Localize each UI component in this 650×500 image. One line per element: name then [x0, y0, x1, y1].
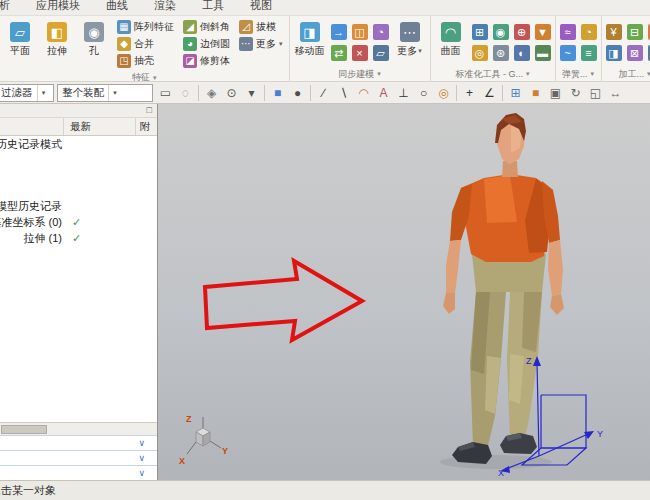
grid-button[interactable]: ⊞: [506, 83, 525, 102]
pattern-feature-button[interactable]: ▦阵列特征: [114, 18, 177, 35]
collapsed-section-2[interactable]: ∨: [0, 450, 157, 465]
chevron-down-icon[interactable]: ▾: [37, 85, 50, 101]
circle-tool-button[interactable]: ○: [414, 83, 433, 102]
probe-button[interactable]: ⊡: [647, 44, 650, 62]
fastener-button[interactable]: ⊕: [513, 23, 531, 41]
trim-button[interactable]: ⊠: [626, 44, 644, 62]
human-model[interactable]: [440, 113, 564, 469]
selection-filter-dropdown[interactable]: 过滤器 ▾: [0, 84, 54, 102]
float-panel-icon[interactable]: □: [147, 106, 152, 115]
group-label-text: 特征: [132, 71, 150, 82]
datum-axis-button[interactable]: ⊥: [394, 83, 413, 102]
scrollbar-thumb[interactable]: [1, 425, 47, 434]
resize-blend-button[interactable]: ◔: [372, 23, 390, 41]
ribbon-group-label[interactable]: 标准化工具 - G...▾: [431, 67, 555, 81]
arc-tool-button[interactable]: ◠: [354, 83, 373, 102]
spring-coil-button[interactable]: ≈: [559, 23, 577, 41]
more-button[interactable]: ⋯更多▾: [236, 35, 286, 52]
refresh-button[interactable]: ↻: [566, 83, 585, 102]
horizontal-scrollbar[interactable]: [0, 422, 157, 435]
collapsed-section-1[interactable]: ∨: [0, 435, 157, 450]
concentric-button[interactable]: ◎: [434, 83, 453, 102]
view-triad[interactable]: Z X Y: [179, 414, 228, 466]
ribbon-tab[interactable]: 工具: [189, 0, 237, 15]
collapsed-section-3[interactable]: ∨: [0, 465, 157, 480]
spring-leaf-button[interactable]: ≡: [580, 44, 598, 62]
offset-region-button[interactable]: ⇄: [330, 44, 348, 62]
menu-caret-button[interactable]: ▾: [242, 83, 261, 102]
more-button[interactable]: ⋯更多▾: [393, 18, 427, 58]
column-header-latest[interactable]: 最新: [64, 118, 136, 135]
ribbon-tab[interactable]: 应用模块: [23, 0, 93, 15]
drill-button[interactable]: ▼: [647, 23, 650, 41]
edge-blend-button[interactable]: ◕边倒圆: [180, 35, 233, 52]
button-label: 倒斜角: [200, 20, 230, 34]
isometric-view-button[interactable]: ■: [268, 83, 287, 102]
ribbon-group-label[interactable]: 同步建模▾: [290, 67, 430, 81]
selection-scope-dropdown[interactable]: 整个装配 ▾: [57, 84, 153, 102]
lasso-select-button[interactable]: ◌: [176, 83, 195, 102]
hole-button[interactable]: ◉孔: [77, 18, 111, 58]
bolt-button[interactable]: ◎: [471, 44, 489, 62]
extrude-button[interactable]: ◧拉伸: [40, 18, 74, 58]
make-coplanar-button[interactable]: ▱: [372, 44, 390, 62]
move-face-button[interactable]: ◨移动面: [293, 18, 327, 58]
pan-button[interactable]: ↔: [606, 83, 625, 102]
profile-tool-button[interactable]: ∖: [334, 83, 353, 102]
tree-row[interactable]: 基准坐标系 (0) ✓: [0, 214, 157, 230]
key-button[interactable]: ▬: [534, 44, 552, 62]
surface-button[interactable]: ◠曲面: [434, 18, 468, 58]
line-tool-button[interactable]: ∕: [314, 83, 333, 102]
trim-body-button[interactable]: ◪修剪体: [180, 52, 233, 69]
fit-view-button[interactable]: ◱: [586, 83, 605, 102]
pull-face-icon: →: [331, 24, 347, 40]
replace-face-button[interactable]: ◫: [351, 23, 369, 41]
snap-point-button[interactable]: ⊙: [222, 83, 241, 102]
annotation-button[interactable]: A: [374, 83, 393, 102]
button-label: 移动面: [295, 44, 325, 58]
ribbon-tab[interactable]: 视图: [237, 0, 285, 15]
stock-button[interactable]: ◨: [605, 44, 623, 62]
ribbon-group-label[interactable]: 弹簧...▾: [556, 67, 601, 81]
fixture-button[interactable]: ⊟: [626, 23, 644, 41]
column-header-name[interactable]: [0, 118, 64, 135]
tree-row[interactable]: 模型历史记录: [0, 198, 157, 214]
selection-filter-value: 过滤器: [0, 86, 37, 100]
highlight-button[interactable]: ◈: [202, 83, 221, 102]
chevron-down-icon[interactable]: ▾: [108, 85, 121, 101]
marquee-select-button[interactable]: ▭: [156, 83, 175, 102]
chamfer-button[interactable]: ◢倒斜角: [180, 18, 233, 35]
orient-cube-button[interactable]: ■: [526, 83, 545, 102]
graphics-viewport[interactable]: Z Y X Z X Y: [158, 104, 650, 480]
orient-cube-icon: ■: [532, 86, 539, 100]
standard-part-button[interactable]: ⊞: [471, 23, 489, 41]
cost-button[interactable]: ¥: [605, 23, 623, 41]
angle-tool-button[interactable]: ∠: [480, 83, 499, 102]
ribbon-tab[interactable]: 析: [0, 0, 23, 15]
tree-row[interactable]: 历史记录模式: [0, 136, 157, 152]
pull-face-button[interactable]: →: [330, 23, 348, 41]
window-button[interactable]: ▣: [546, 83, 565, 102]
ribbon-group-label[interactable]: 特征▾: [0, 71, 289, 82]
datum-plane-button[interactable]: ▱平面: [3, 18, 37, 58]
gear-button[interactable]: ⊛: [492, 44, 510, 62]
spring-tension-button[interactable]: ~: [559, 44, 577, 62]
ribbon-tab[interactable]: 渲染: [141, 0, 189, 15]
shell-button[interactable]: ◳抽壳: [114, 52, 177, 69]
delete-face-button[interactable]: ×: [351, 44, 369, 62]
spring-torsion-button[interactable]: ◔: [580, 23, 598, 41]
stock-icon: ◨: [606, 45, 622, 61]
button-label: 拉伸: [47, 44, 67, 58]
ribbon-tab[interactable]: 曲线: [93, 0, 141, 15]
draft-button[interactable]: ◿拔模: [236, 18, 286, 35]
bearing-button[interactable]: ◉: [492, 23, 510, 41]
shaded-view-button[interactable]: ●: [288, 83, 307, 102]
pin-button[interactable]: ▼: [534, 23, 552, 41]
washer-button[interactable]: ◐: [513, 44, 531, 62]
ribbon-group-label[interactable]: 加工...▾: [602, 67, 650, 81]
column-header-note[interactable]: 附: [136, 118, 157, 135]
move-face-icon: ◨: [300, 22, 320, 42]
point-tool-button[interactable]: +: [460, 83, 479, 102]
tree-row[interactable]: 拉伸 (1) ✓: [0, 230, 157, 246]
unite-button[interactable]: ◆合并: [114, 35, 177, 52]
